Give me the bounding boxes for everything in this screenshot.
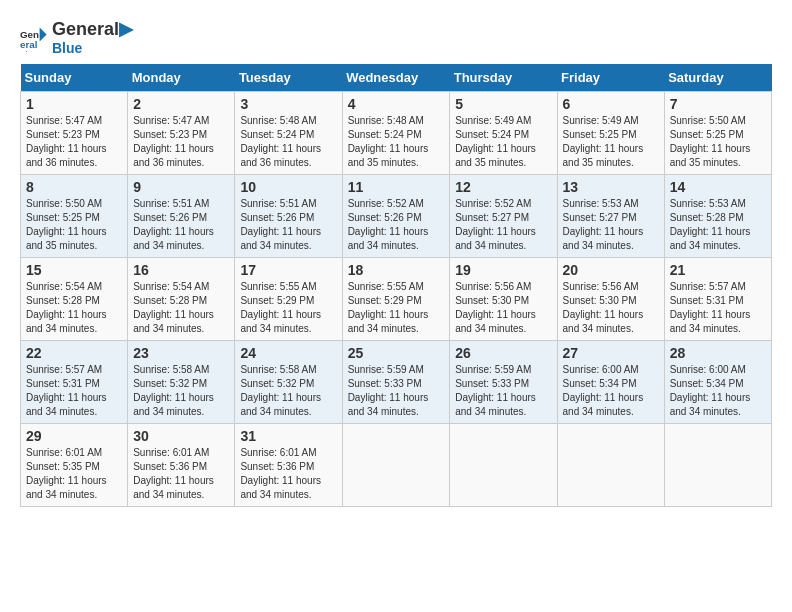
calendar-week-row: 22 Sunrise: 5:57 AMSunset: 5:31 PMDaylig…	[21, 340, 772, 423]
calendar-cell: 24 Sunrise: 5:58 AMSunset: 5:32 PMDaylig…	[235, 340, 342, 423]
calendar-week-row: 15 Sunrise: 5:54 AMSunset: 5:28 PMDaylig…	[21, 257, 772, 340]
day-number: 14	[670, 179, 766, 195]
day-info: Sunrise: 5:49 AMSunset: 5:24 PMDaylight:…	[455, 114, 551, 170]
day-info: Sunrise: 5:48 AMSunset: 5:24 PMDaylight:…	[240, 114, 336, 170]
day-info: Sunrise: 5:49 AMSunset: 5:25 PMDaylight:…	[563, 114, 659, 170]
svg-marker-2	[40, 27, 47, 41]
calendar-cell: 9 Sunrise: 5:51 AMSunset: 5:26 PMDayligh…	[128, 174, 235, 257]
calendar-cell: 14 Sunrise: 5:53 AMSunset: 5:28 PMDaylig…	[664, 174, 771, 257]
day-info: Sunrise: 6:00 AMSunset: 5:34 PMDaylight:…	[670, 363, 766, 419]
calendar-cell: 12 Sunrise: 5:52 AMSunset: 5:27 PMDaylig…	[450, 174, 557, 257]
day-info: Sunrise: 5:58 AMSunset: 5:32 PMDaylight:…	[133, 363, 229, 419]
day-number: 23	[133, 345, 229, 361]
day-number: 21	[670, 262, 766, 278]
day-number: 2	[133, 96, 229, 112]
calendar-cell: 30 Sunrise: 6:01 AMSunset: 5:36 PMDaylig…	[128, 423, 235, 506]
calendar-cell: 28 Sunrise: 6:00 AMSunset: 5:34 PMDaylig…	[664, 340, 771, 423]
calendar-cell: 16 Sunrise: 5:54 AMSunset: 5:28 PMDaylig…	[128, 257, 235, 340]
logo: Gen eral Blue General▶ Blue	[20, 20, 133, 56]
day-number: 18	[348, 262, 445, 278]
day-number: 10	[240, 179, 336, 195]
calendar-cell: 11 Sunrise: 5:52 AMSunset: 5:26 PMDaylig…	[342, 174, 450, 257]
day-number: 9	[133, 179, 229, 195]
logo-blue: Blue	[52, 40, 133, 56]
calendar-cell: 17 Sunrise: 5:55 AMSunset: 5:29 PMDaylig…	[235, 257, 342, 340]
calendar-cell: 1 Sunrise: 5:47 AMSunset: 5:23 PMDayligh…	[21, 91, 128, 174]
day-info: Sunrise: 5:53 AMSunset: 5:27 PMDaylight:…	[563, 197, 659, 253]
day-info: Sunrise: 5:50 AMSunset: 5:25 PMDaylight:…	[670, 114, 766, 170]
day-number: 7	[670, 96, 766, 112]
day-info: Sunrise: 5:52 AMSunset: 5:27 PMDaylight:…	[455, 197, 551, 253]
day-number: 4	[348, 96, 445, 112]
calendar-cell: 13 Sunrise: 5:53 AMSunset: 5:27 PMDaylig…	[557, 174, 664, 257]
day-info: Sunrise: 5:55 AMSunset: 5:29 PMDaylight:…	[348, 280, 445, 336]
logo-icon: Gen eral Blue	[20, 24, 48, 52]
day-info: Sunrise: 5:50 AMSunset: 5:25 PMDaylight:…	[26, 197, 122, 253]
day-info: Sunrise: 5:51 AMSunset: 5:26 PMDaylight:…	[133, 197, 229, 253]
day-number: 6	[563, 96, 659, 112]
calendar-cell: 10 Sunrise: 5:51 AMSunset: 5:26 PMDaylig…	[235, 174, 342, 257]
weekday-header-friday: Friday	[557, 64, 664, 92]
svg-text:eral: eral	[20, 39, 38, 50]
calendar-cell	[450, 423, 557, 506]
calendar-cell: 8 Sunrise: 5:50 AMSunset: 5:25 PMDayligh…	[21, 174, 128, 257]
day-number: 28	[670, 345, 766, 361]
day-info: Sunrise: 5:59 AMSunset: 5:33 PMDaylight:…	[455, 363, 551, 419]
day-number: 24	[240, 345, 336, 361]
day-info: Sunrise: 6:01 AMSunset: 5:36 PMDaylight:…	[240, 446, 336, 502]
calendar-cell: 22 Sunrise: 5:57 AMSunset: 5:31 PMDaylig…	[21, 340, 128, 423]
day-number: 8	[26, 179, 122, 195]
calendar-cell: 6 Sunrise: 5:49 AMSunset: 5:25 PMDayligh…	[557, 91, 664, 174]
day-info: Sunrise: 5:59 AMSunset: 5:33 PMDaylight:…	[348, 363, 445, 419]
day-number: 30	[133, 428, 229, 444]
day-number: 1	[26, 96, 122, 112]
calendar-cell: 18 Sunrise: 5:55 AMSunset: 5:29 PMDaylig…	[342, 257, 450, 340]
day-info: Sunrise: 5:57 AMSunset: 5:31 PMDaylight:…	[670, 280, 766, 336]
day-info: Sunrise: 5:54 AMSunset: 5:28 PMDaylight:…	[26, 280, 122, 336]
day-info: Sunrise: 5:47 AMSunset: 5:23 PMDaylight:…	[133, 114, 229, 170]
day-number: 19	[455, 262, 551, 278]
svg-text:Blue: Blue	[20, 49, 37, 51]
day-number: 3	[240, 96, 336, 112]
day-info: Sunrise: 5:48 AMSunset: 5:24 PMDaylight:…	[348, 114, 445, 170]
weekday-header-saturday: Saturday	[664, 64, 771, 92]
calendar-cell: 15 Sunrise: 5:54 AMSunset: 5:28 PMDaylig…	[21, 257, 128, 340]
day-number: 31	[240, 428, 336, 444]
day-number: 13	[563, 179, 659, 195]
day-number: 12	[455, 179, 551, 195]
day-number: 15	[26, 262, 122, 278]
calendar-cell: 26 Sunrise: 5:59 AMSunset: 5:33 PMDaylig…	[450, 340, 557, 423]
weekday-header-monday: Monday	[128, 64, 235, 92]
day-number: 26	[455, 345, 551, 361]
calendar-cell: 19 Sunrise: 5:56 AMSunset: 5:30 PMDaylig…	[450, 257, 557, 340]
calendar-cell: 7 Sunrise: 5:50 AMSunset: 5:25 PMDayligh…	[664, 91, 771, 174]
day-number: 5	[455, 96, 551, 112]
weekday-header-wednesday: Wednesday	[342, 64, 450, 92]
weekday-header-row: SundayMondayTuesdayWednesdayThursdayFrid…	[21, 64, 772, 92]
calendar-cell: 29 Sunrise: 6:01 AMSunset: 5:35 PMDaylig…	[21, 423, 128, 506]
weekday-header-tuesday: Tuesday	[235, 64, 342, 92]
calendar-cell	[664, 423, 771, 506]
day-info: Sunrise: 5:51 AMSunset: 5:26 PMDaylight:…	[240, 197, 336, 253]
day-number: 25	[348, 345, 445, 361]
calendar-week-row: 29 Sunrise: 6:01 AMSunset: 5:35 PMDaylig…	[21, 423, 772, 506]
calendar-cell	[342, 423, 450, 506]
day-info: Sunrise: 6:01 AMSunset: 5:36 PMDaylight:…	[133, 446, 229, 502]
day-number: 17	[240, 262, 336, 278]
weekday-header-sunday: Sunday	[21, 64, 128, 92]
day-number: 16	[133, 262, 229, 278]
calendar-week-row: 8 Sunrise: 5:50 AMSunset: 5:25 PMDayligh…	[21, 174, 772, 257]
day-info: Sunrise: 6:00 AMSunset: 5:34 PMDaylight:…	[563, 363, 659, 419]
calendar-cell: 23 Sunrise: 5:58 AMSunset: 5:32 PMDaylig…	[128, 340, 235, 423]
day-number: 11	[348, 179, 445, 195]
calendar-cell: 25 Sunrise: 5:59 AMSunset: 5:33 PMDaylig…	[342, 340, 450, 423]
day-number: 27	[563, 345, 659, 361]
calendar-cell: 27 Sunrise: 6:00 AMSunset: 5:34 PMDaylig…	[557, 340, 664, 423]
day-info: Sunrise: 5:55 AMSunset: 5:29 PMDaylight:…	[240, 280, 336, 336]
day-number: 20	[563, 262, 659, 278]
calendar-cell: 2 Sunrise: 5:47 AMSunset: 5:23 PMDayligh…	[128, 91, 235, 174]
day-info: Sunrise: 5:58 AMSunset: 5:32 PMDaylight:…	[240, 363, 336, 419]
calendar-cell: 4 Sunrise: 5:48 AMSunset: 5:24 PMDayligh…	[342, 91, 450, 174]
calendar-cell: 21 Sunrise: 5:57 AMSunset: 5:31 PMDaylig…	[664, 257, 771, 340]
calendar-cell: 5 Sunrise: 5:49 AMSunset: 5:24 PMDayligh…	[450, 91, 557, 174]
